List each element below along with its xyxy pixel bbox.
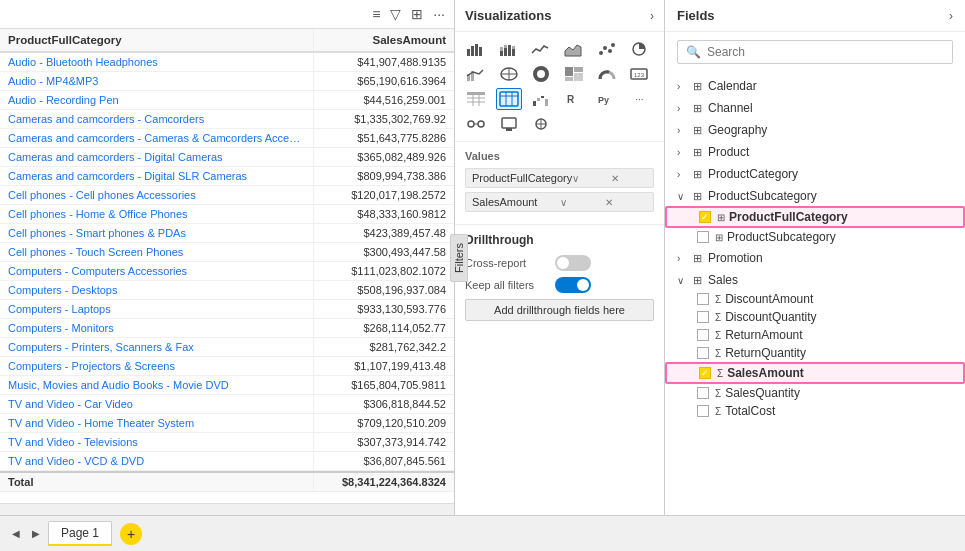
table-row[interactable]: Audio - MP4&MP3 $65,190,616.3964 <box>0 72 454 91</box>
field-checkbox[interactable] <box>697 347 709 359</box>
donut-chart-icon[interactable] <box>528 63 554 85</box>
table-row[interactable]: Cell phones - Touch Screen Phones $300,4… <box>0 243 454 262</box>
field-item-productsubcategory[interactable]: ⊞ ProductSubcategory <box>665 228 965 246</box>
sales-field-row[interactable]: SalesAmount ∨ ✕ <box>465 192 654 212</box>
page-tab[interactable]: Page 1 <box>48 521 112 546</box>
field-group-header-productcategory[interactable]: › ⊞ ProductCategory <box>665 164 965 184</box>
bar-chart-icon[interactable] <box>463 38 489 60</box>
field-checkbox[interactable] <box>697 387 709 399</box>
field2-close-icon[interactable]: ✕ <box>605 197 647 208</box>
table-row[interactable]: Computers - Desktops $508,196,937.084 <box>0 281 454 300</box>
table-row[interactable]: TV and Video - Televisions $307,373,914.… <box>0 433 454 452</box>
table-row[interactable]: Cell phones - Cell phones Accessories $1… <box>0 186 454 205</box>
area-chart-icon[interactable] <box>561 38 587 60</box>
nav-right-icon[interactable]: ▶ <box>28 526 44 541</box>
filter-icon[interactable]: ▽ <box>387 4 404 24</box>
field-group-header-productsubcategory[interactable]: ∨ ⊞ ProductSubcategory <box>665 186 965 206</box>
cross-report-toggle[interactable] <box>555 255 591 271</box>
field-group-header-product[interactable]: › ⊞ Product <box>665 142 965 162</box>
r-script-icon[interactable]: R <box>561 88 587 110</box>
table-body[interactable]: Audio - Bluetooth Headphones $41,907,488… <box>0 53 454 503</box>
analytics-icon[interactable] <box>528 113 554 135</box>
combo-chart-icon[interactable] <box>463 63 489 85</box>
field-checkbox[interactable] <box>697 231 709 243</box>
add-page-button[interactable]: + <box>120 523 142 545</box>
table-icon: ⊞ <box>693 274 702 287</box>
table-row[interactable]: Music, Movies and Audio Books - Movie DV… <box>0 376 454 395</box>
table-row[interactable]: Cameras and camcorders - Digital SLR Cam… <box>0 167 454 186</box>
python-icon[interactable]: Py <box>594 88 620 110</box>
map-icon[interactable] <box>496 63 522 85</box>
table-row[interactable]: Audio - Recording Pen $44,516,259.001 <box>0 91 454 110</box>
table-row[interactable]: TV and Video - Car Video $306,818,844.52 <box>0 395 454 414</box>
card-icon[interactable]: 123 <box>626 63 652 85</box>
stacked-bar-icon[interactable] <box>496 38 522 60</box>
field-checkbox[interactable] <box>697 405 709 417</box>
field-item-returnquantity[interactable]: Σ ReturnQuantity <box>665 344 965 362</box>
table-row[interactable]: Computers - Printers, Scanners & Fax $28… <box>0 338 454 357</box>
table-viz-icon[interactable] <box>496 88 522 110</box>
brush-icon[interactable] <box>496 113 522 135</box>
field-item-discountamount[interactable]: Σ DiscountAmount <box>665 290 965 308</box>
scatter-icon[interactable] <box>594 38 620 60</box>
product-field-row[interactable]: ProductFullCategory ∨ ✕ <box>465 168 654 188</box>
expand-icon[interactable]: ⊞ <box>408 4 426 24</box>
waterfall-icon[interactable] <box>528 88 554 110</box>
table-row[interactable]: Computers - Projectors & Screens $1,107,… <box>0 357 454 376</box>
more-icon[interactable]: ··· <box>430 4 448 24</box>
horizontal-scrollbar[interactable] <box>0 503 454 515</box>
table-row[interactable]: Computers - Laptops $933,130,593.776 <box>0 300 454 319</box>
sales-cell: $165,804,705.9811 <box>314 376 454 394</box>
field-checkbox[interactable] <box>697 329 709 341</box>
more-viz-icon[interactable]: ··· <box>626 88 652 110</box>
viz-arrow[interactable]: › <box>650 9 654 23</box>
field2-expand-icon[interactable]: ∨ <box>560 197 602 208</box>
table-row[interactable]: Cameras and camcorders - Digital Cameras… <box>0 148 454 167</box>
field-item-discountquantity[interactable]: Σ DiscountQuantity <box>665 308 965 326</box>
svg-rect-48 <box>502 118 516 128</box>
field-item-salesquantity[interactable]: Σ SalesQuantity <box>665 384 965 402</box>
gauge-icon[interactable] <box>594 63 620 85</box>
add-drillthrough-button[interactable]: Add drillthrough fields here <box>465 299 654 321</box>
pie-chart-icon[interactable] <box>626 38 652 60</box>
field-group-header-calendar[interactable]: › ⊞ Calendar <box>665 76 965 96</box>
table-row[interactable]: Computers - Monitors $268,114,052.77 <box>0 319 454 338</box>
field-group-header-channel[interactable]: › ⊞ Channel <box>665 98 965 118</box>
format-icon[interactable] <box>463 113 489 135</box>
field-checkbox[interactable] <box>697 293 709 305</box>
search-box[interactable]: 🔍 <box>677 40 953 64</box>
hamburger-icon[interactable]: ≡ <box>369 4 383 24</box>
search-input[interactable] <box>707 45 944 59</box>
table-row[interactable]: Audio - Bluetooth Headphones $41,907,488… <box>0 53 454 72</box>
fields-arrow[interactable]: › <box>949 9 953 23</box>
product-field-name: ProductFullCategory <box>472 172 572 184</box>
field-checkbox[interactable] <box>697 311 709 323</box>
line-chart-icon[interactable] <box>528 38 554 60</box>
field-close-icon[interactable]: ✕ <box>611 173 647 184</box>
matrix-icon[interactable] <box>463 88 489 110</box>
field-item-productfullcategory[interactable]: ✓ ⊞ ProductFullCategory <box>665 206 965 228</box>
table-row[interactable]: TV and Video - Home Theater System $709,… <box>0 414 454 433</box>
table-row[interactable]: Cell phones - Home & Office Phones $48,3… <box>0 205 454 224</box>
field-checkbox[interactable]: ✓ <box>699 367 711 379</box>
table-row[interactable]: Cameras and camcorders - Cameras & Camco… <box>0 129 454 148</box>
field-expand-icon[interactable]: ∨ <box>572 173 608 184</box>
field-item-totalcost[interactable]: Σ TotalCost <box>665 402 965 420</box>
treemap-icon[interactable] <box>561 63 587 85</box>
field-type-icon: Σ <box>715 312 721 323</box>
table-row[interactable]: TV and Video - VCD & DVD $36,807,845.561 <box>0 452 454 471</box>
nav-left-icon[interactable]: ◀ <box>8 526 24 541</box>
field-group-header-sales[interactable]: ∨ ⊞ Sales <box>665 270 965 290</box>
table-row[interactable]: Computers - Computers Accessories $111,0… <box>0 262 454 281</box>
product-cell: Cell phones - Smart phones & PDAs <box>0 224 314 242</box>
field-group-header-geography[interactable]: › ⊞ Geography <box>665 120 965 140</box>
keep-filters-toggle[interactable] <box>555 277 591 293</box>
field-item-salesamount[interactable]: ✓ Σ SalesAmount <box>665 362 965 384</box>
table-row[interactable]: Cell phones - Smart phones & PDAs $423,3… <box>0 224 454 243</box>
field-checkbox[interactable]: ✓ <box>699 211 711 223</box>
table-row[interactable]: Cameras and camcorders - Camcorders $1,3… <box>0 110 454 129</box>
field-item-returnamount[interactable]: Σ ReturnAmount <box>665 326 965 344</box>
field-group-header-promotion[interactable]: › ⊞ Promotion <box>665 248 965 268</box>
total-sales: $8,341,224,364.8324 <box>314 473 454 491</box>
filters-tab[interactable]: Filters <box>450 234 468 282</box>
